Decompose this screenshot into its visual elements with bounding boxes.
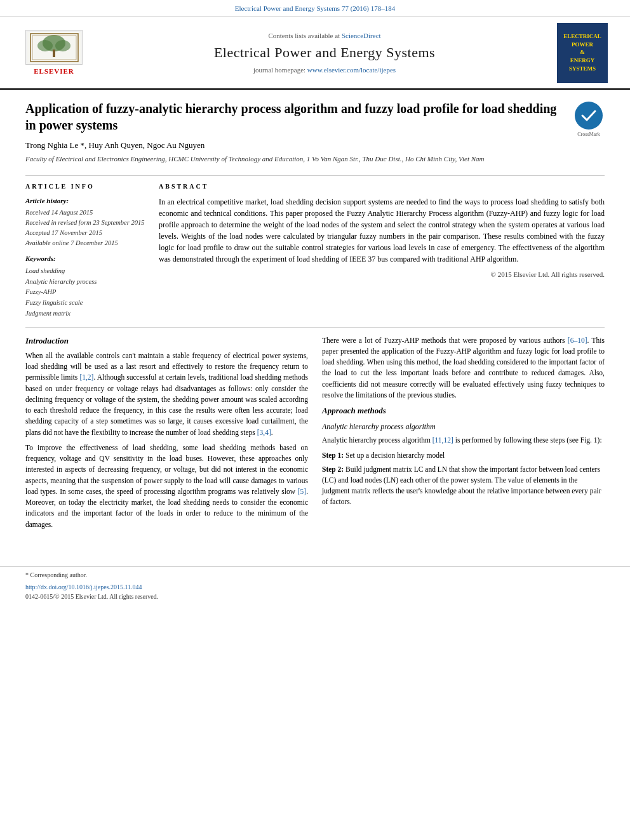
keyword-5: Judgment matrix <box>25 309 146 319</box>
svg-point-7 <box>576 103 601 128</box>
article-authors: Trong Nghia Le *, Huy Anh Quyen, Ngoc Au… <box>25 140 563 151</box>
svg-point-3 <box>55 40 70 51</box>
article-title: Application of fuzzy-analytic hierarchy … <box>25 100 563 133</box>
cover-title-line1: ELECTRICAL <box>563 33 601 40</box>
elsevier-brand-text: ELSEVIER <box>34 67 74 76</box>
journal-header-center: Contents lists available at ScienceDirec… <box>95 31 554 76</box>
algo-intro-para: Analytic hierarchy process algorithm [11… <box>322 435 605 446</box>
article-affiliation: Faculty of Electrical and Electronics En… <box>25 154 563 164</box>
step-1: Step 1: Set up a decision hierarchy mode… <box>322 450 605 461</box>
revised-date: Received in revised form 23 September 20… <box>25 218 146 228</box>
ref-3-4[interactable]: [3,4] <box>257 429 271 436</box>
ref-5[interactable]: [5] <box>298 488 306 495</box>
journal-title: Electrical Power and Energy Systems <box>108 43 541 63</box>
ref-11-12[interactable]: [11,12] <box>432 436 453 444</box>
issn-line: 0142-0615/© 2015 Elsevier Ltd. All right… <box>25 592 605 601</box>
article-history: Article history: Received 14 August 2015… <box>25 196 146 248</box>
journal-ref-text: Electrical Power and Energy Systems 77 (… <box>235 4 395 12</box>
footnote-corresponding: * Corresponding author. <box>25 571 605 580</box>
journal-homepage: journal homepage: www.elsevier.com/locat… <box>108 65 541 75</box>
keyword-1: Load shedding <box>25 266 146 277</box>
article-title-section: Application of fuzzy-analytic hierarchy … <box>25 100 605 169</box>
article-title-text: Application of fuzzy-analytic hierarchy … <box>25 100 563 164</box>
copyright-line: © 2015 Elsevier Ltd. All rights reserved… <box>159 270 605 279</box>
crossmark-icon <box>575 102 603 130</box>
step-2: Step 2: Build judgment matrix LC and LN … <box>322 464 605 508</box>
abstract-col: ABSTRACT In an electrical competitive ma… <box>159 182 605 319</box>
article-main: Application of fuzzy-analytic hierarchy … <box>0 90 630 547</box>
body-right-col: There were a lot of Fuzzy-AHP methods th… <box>322 335 605 535</box>
algo-heading: Analytic hierarchy process algorithm <box>322 422 605 432</box>
keywords-label: Keywords: <box>25 254 146 263</box>
received-date: Received 14 August 2015 <box>25 208 146 218</box>
journal-reference: Electrical Power and Energy Systems 77 (… <box>0 0 630 17</box>
elsevier-logo: ELSEVIER <box>13 30 95 76</box>
homepage-url[interactable]: www.elsevier.com/locate/ijepes <box>307 66 396 74</box>
body-left-col: Introduction When all the available cont… <box>25 335 308 535</box>
article-info-label: ARTICLE INFO <box>25 182 146 191</box>
cover-title-line4: ENERGY <box>570 57 595 64</box>
cover-title-line5: SYSTEMS <box>569 65 596 72</box>
keyword-4: Fuzzy linguistic scale <box>25 298 146 309</box>
article-divider <box>25 175 605 176</box>
approach-heading: Approach methods <box>322 405 605 417</box>
introduction-heading: Introduction <box>25 335 308 347</box>
article-info-col: ARTICLE INFO Article history: Received 1… <box>25 182 146 319</box>
body-two-col: Introduction When all the available cont… <box>25 335 605 535</box>
crossmark-container: CrossMark <box>573 103 605 135</box>
body-divider <box>25 327 605 328</box>
history-label: Article history: <box>25 196 146 206</box>
keyword-2: Analytic hierarchy process <box>25 277 146 288</box>
ref-6-10[interactable]: [6–10] <box>568 337 587 344</box>
svg-point-2 <box>37 40 53 51</box>
authors-text: Trong Nghia Le *, Huy Anh Quyen, Ngoc Au… <box>25 140 204 150</box>
abstract-label: ABSTRACT <box>159 182 605 191</box>
journal-cover-image: ELECTRICAL POWER & ENERGY SYSTEMS <box>557 23 608 83</box>
keywords-section: Keywords: Load shedding Analytic hierarc… <box>25 254 146 319</box>
svg-rect-4 <box>53 50 55 57</box>
doi-link[interactable]: http://dx.doi.org/10.1016/j.ijepes.2015.… <box>25 583 142 590</box>
cover-title-line2: POWER <box>572 41 593 48</box>
cover-title-line3: & <box>580 49 585 56</box>
article-info-abstract-layout: ARTICLE INFO Article history: Received 1… <box>25 182 605 319</box>
footer-section: * Corresponding author. http://dx.doi.or… <box>0 566 630 608</box>
intro-para-1: When all the available controls can't ma… <box>25 350 308 438</box>
intro-para-2: To improve the effectiveness of load she… <box>25 443 308 530</box>
keyword-3: Fuzzy-AHP <box>25 287 146 298</box>
journal-cover: ELECTRICAL POWER & ENERGY SYSTEMS <box>554 23 611 83</box>
right-para-1: There were a lot of Fuzzy-AHP methods th… <box>322 335 605 401</box>
accepted-date: Accepted 17 November 2015 <box>25 228 146 238</box>
available-date: Available online 7 December 2015 <box>25 238 146 248</box>
journal-header: ELSEVIER Contents lists available at Sci… <box>0 17 630 90</box>
ref-1-2[interactable]: [1,2] <box>79 373 93 381</box>
abstract-text: In an electrical competitive market, loa… <box>159 196 605 265</box>
crossmark-label: CrossMark <box>575 131 603 138</box>
elsevier-logo-image <box>25 30 83 65</box>
sciencedirect-line: Contents lists available at ScienceDirec… <box>108 31 541 41</box>
